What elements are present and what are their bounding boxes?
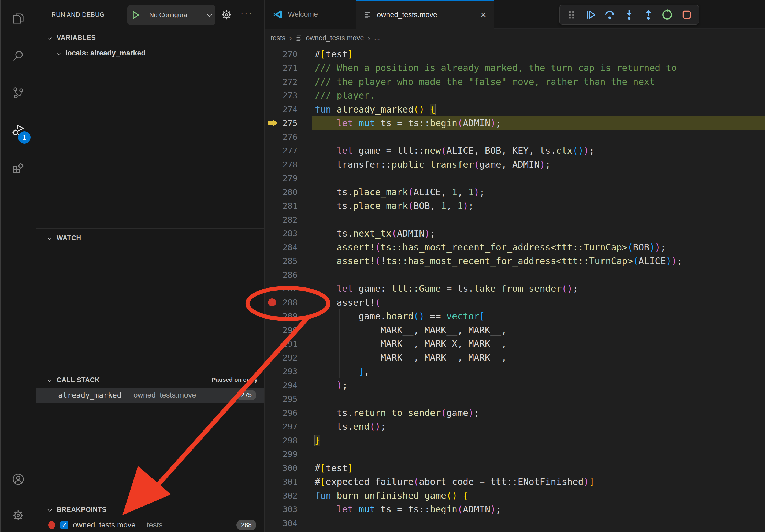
watch-section-header[interactable]: WATCH: [36, 231, 264, 245]
line-number[interactable]: 270: [279, 49, 298, 59]
line-number[interactable]: 301: [279, 477, 298, 486]
code-line[interactable]: 300#[test]: [265, 461, 765, 475]
line-number[interactable]: 271: [279, 63, 298, 73]
line-number[interactable]: 277: [279, 146, 298, 155]
line-number[interactable]: 274: [279, 105, 298, 114]
code-line[interactable]: 276: [265, 130, 765, 144]
close-icon[interactable]: ×: [480, 10, 486, 20]
line-number[interactable]: 299: [279, 449, 298, 459]
code-line[interactable]: 302fun burn_unfinished_game() {: [265, 489, 765, 502]
toolbar-drag-handle[interactable]: [564, 7, 579, 22]
code-line[interactable]: 277 let game = ttt::new(ALICE, BOB, KEY,…: [265, 144, 765, 158]
code-line[interactable]: 270#[test]: [265, 47, 765, 61]
line-number[interactable]: 283: [279, 228, 298, 238]
code-line[interactable]: 278 transfer::public_transfer(game, ADMI…: [265, 157, 765, 171]
code-line[interactable]: 301#[expected_failure(abort_code = ttt::…: [265, 475, 765, 489]
call-stack-section-header[interactable]: CALL STACK Paused on entry: [36, 373, 264, 387]
line-number[interactable]: 304: [279, 518, 298, 528]
code-line[interactable]: 281 ts.place_mark(BOB, 1, 1);: [265, 199, 765, 213]
step-into-button[interactable]: [622, 7, 637, 22]
line-number[interactable]: 288: [279, 298, 298, 307]
code-line[interactable]: 299: [265, 447, 765, 461]
code-line[interactable]: 279: [265, 171, 765, 185]
explorer-icon[interactable]: [12, 12, 25, 25]
line-number[interactable]: 290: [279, 325, 298, 335]
breadcrumb-item-file[interactable]: owned_tests.move: [306, 34, 364, 42]
start-debug-button[interactable]: [127, 5, 145, 25]
continue-button[interactable]: [583, 7, 598, 22]
step-over-button[interactable]: [602, 7, 617, 22]
settings-gear-icon[interactable]: [12, 509, 25, 522]
more-actions-icon[interactable]: ···: [241, 8, 253, 19]
breakpoint-list-item[interactable]: ✓ owned_tests.move tests 288: [36, 518, 264, 532]
line-number[interactable]: 291: [279, 339, 298, 349]
code-line[interactable]: 292 MARK__, MARK__, MARK__,: [265, 351, 765, 365]
line-number[interactable]: 282: [279, 215, 298, 224]
line-number[interactable]: 295: [279, 394, 298, 404]
line-number[interactable]: 280: [279, 187, 298, 197]
variables-scope-row[interactable]: locals: already_marked: [36, 46, 264, 60]
line-number[interactable]: 281: [279, 201, 298, 210]
code-line[interactable]: 273/// player.: [265, 89, 765, 103]
breadcrumb-item-tests[interactable]: tests: [271, 34, 286, 42]
tab-owned-tests[interactable]: owned_tests.move ×: [356, 0, 494, 29]
variables-section-header[interactable]: VARIABLES: [36, 31, 264, 45]
gutter-glyph-margin[interactable]: [265, 120, 279, 127]
code-line[interactable]: 295: [265, 392, 765, 406]
code-line[interactable]: 275 let mut ts = ts::begin(ADMIN);: [265, 116, 765, 130]
extensions-icon[interactable]: [12, 161, 25, 173]
code-line[interactable]: 290 MARK__, MARK__, MARK__,: [265, 323, 765, 337]
stop-button[interactable]: [679, 7, 694, 22]
line-number[interactable]: 275: [279, 118, 298, 128]
line-number[interactable]: 286: [279, 270, 298, 280]
launch-config-dropdown[interactable]: No Configura: [127, 5, 215, 25]
code-line[interactable]: 285 assert!(!ts::has_most_recent_for_add…: [265, 254, 765, 268]
code-line[interactable]: 287 let game: ttt::Game = ts.take_from_s…: [265, 282, 765, 296]
code-line[interactable]: 271/// When a position is already marked…: [265, 61, 765, 75]
code-line[interactable]: 304: [265, 516, 765, 530]
code-line[interactable]: 280 ts.place_mark(ALICE, 1, 1);: [265, 185, 765, 199]
code-line[interactable]: 274fun already_marked() {: [265, 102, 765, 116]
line-number[interactable]: 294: [279, 381, 298, 390]
code-line[interactable]: 284 assert!(ts::has_most_recent_for_addr…: [265, 240, 765, 254]
line-number[interactable]: 302: [279, 491, 298, 500]
line-number[interactable]: 272: [279, 77, 298, 87]
step-out-button[interactable]: [641, 7, 656, 22]
line-number[interactable]: 297: [279, 421, 298, 431]
line-number[interactable]: 285: [279, 256, 298, 266]
line-number[interactable]: 273: [279, 91, 298, 100]
code-line[interactable]: 288 assert!(: [265, 296, 765, 309]
code-line[interactable]: 289 game.board() == vector[: [265, 309, 765, 323]
line-number[interactable]: 292: [279, 353, 298, 363]
code-line[interactable]: 286: [265, 268, 765, 282]
line-number[interactable]: 300: [279, 463, 298, 473]
line-number[interactable]: 287: [279, 284, 298, 293]
line-number[interactable]: 289: [279, 311, 298, 321]
breadcrumb-item-symbol[interactable]: ...: [374, 34, 380, 42]
restart-button[interactable]: [660, 7, 675, 22]
code-line[interactable]: 296 ts.return_to_sender(game);: [265, 406, 765, 420]
code-line[interactable]: 297 ts.end();: [265, 420, 765, 434]
code-line[interactable]: 272/// the player who made the "false" m…: [265, 75, 765, 89]
call-stack-frame-row[interactable]: already_marked owned_tests.move 275: [36, 388, 264, 402]
line-number[interactable]: 279: [279, 173, 298, 183]
line-number[interactable]: 276: [279, 132, 298, 142]
code-line[interactable]: 291 MARK__, MARK_X, MARK__,: [265, 337, 765, 351]
code-line[interactable]: 282: [265, 213, 765, 227]
tab-welcome[interactable]: Welcome: [265, 0, 356, 29]
search-icon[interactable]: [12, 50, 25, 62]
breakpoint-checkbox[interactable]: ✓: [60, 521, 68, 529]
line-number[interactable]: 296: [279, 408, 298, 417]
code-line[interactable]: 283 ts.next_tx(ADMIN);: [265, 227, 765, 241]
code-line[interactable]: 293 ],: [265, 365, 765, 379]
debug-settings-gear-icon[interactable]: [221, 9, 234, 22]
code-line[interactable]: 303 let mut ts = ts::begin(ADMIN);: [265, 502, 765, 516]
breakpoints-section-header[interactable]: BREAKPOINTS: [36, 502, 264, 516]
breakpoint-dot-icon[interactable]: [268, 298, 276, 306]
line-number[interactable]: 303: [279, 504, 298, 514]
code-line[interactable]: 294 );: [265, 378, 765, 392]
line-number[interactable]: 284: [279, 242, 298, 252]
account-icon[interactable]: [12, 473, 25, 486]
line-number[interactable]: 293: [279, 367, 298, 376]
code-line[interactable]: 298}: [265, 433, 765, 447]
